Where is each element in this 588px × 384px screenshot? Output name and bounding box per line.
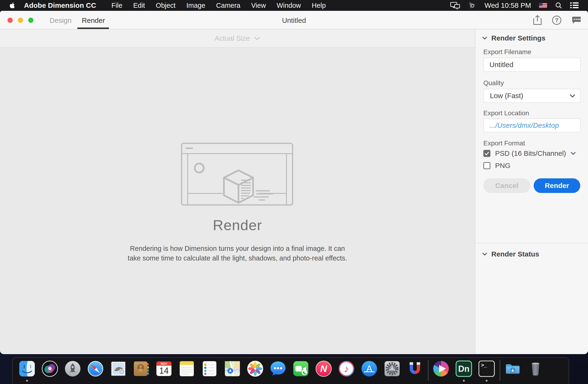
menu-image[interactable]: Image — [181, 2, 211, 9]
render-settings-title: Render Settings — [491, 34, 546, 42]
svg-text:NOV: NOV — [161, 362, 168, 365]
dock-media-player-icon[interactable] — [432, 360, 450, 377]
display-mirroring-icon[interactable] — [450, 2, 460, 9]
dock-news-icon[interactable]: N — [315, 360, 332, 377]
dock-launchpad-icon[interactable] — [64, 360, 81, 377]
traffic-light-close[interactable] — [7, 18, 13, 23]
quality-value: Low (Fast) — [490, 92, 523, 100]
zoom-level-value: Actual Size — [214, 34, 250, 42]
dock-calendar-icon[interactable]: NOV 14 — [155, 360, 173, 377]
render-status-title: Render Status — [491, 250, 539, 258]
dock: NOV 14 — [12, 357, 569, 384]
render-button[interactable]: Render — [534, 178, 580, 193]
app-window: Design Render Untitled ? — [0, 11, 588, 354]
export-filename-field — [483, 58, 581, 72]
apple-icon[interactable] — [9, 2, 15, 9]
dock-appstore-icon[interactable]: A — [360, 360, 378, 377]
render-settings-header[interactable]: Render Settings — [482, 34, 546, 42]
panel-divider — [475, 243, 588, 243]
export-format-label: Export Format — [483, 140, 525, 147]
format-psd-label: PSD (16 Bits/Channel) — [495, 149, 566, 157]
dock-photos-icon[interactable] — [247, 360, 264, 377]
app-menus: File Edit Object Image Camera View Windo… — [106, 2, 331, 9]
chevron-down-icon — [569, 94, 576, 98]
menu-clock[interactable]: Wed 10:58 PM — [484, 1, 531, 9]
active-tab-underline — [77, 27, 109, 29]
menu-file[interactable]: File — [106, 2, 128, 9]
check-icon — [484, 151, 489, 155]
dock-messages-icon[interactable] — [269, 360, 287, 377]
page-title: Render — [0, 217, 475, 234]
dock-contacts-icon[interactable] — [132, 360, 150, 377]
render-canvas: Render Rendering is how Dimension turns … — [0, 48, 475, 354]
dock-finder-icon[interactable] — [18, 360, 36, 377]
notification-center-icon[interactable] — [570, 2, 579, 9]
dock-magnet-icon[interactable] — [406, 360, 424, 377]
page-description: Rendering is how Dimension turns your de… — [0, 244, 475, 263]
export-filename-label: Export Filename — [483, 48, 531, 56]
svg-text:♪: ♪ — [344, 363, 349, 374]
canvas-toolbar: Actual Size — [0, 29, 475, 48]
svg-text:3D: 3D — [235, 368, 238, 371]
traffic-light-minimize[interactable] — [18, 18, 23, 23]
render-illustration — [181, 143, 293, 206]
spotlight-search-icon[interactable] — [555, 2, 562, 9]
running-indicator — [486, 380, 487, 382]
dock-separator — [428, 360, 429, 381]
dock-system-preferences-icon[interactable] — [383, 360, 401, 377]
help-button[interactable]: ? — [552, 15, 562, 25]
menu-extra-icon[interactable] — [468, 1, 477, 9]
format-png-label: PNG — [495, 162, 510, 170]
dock-itunes-icon[interactable]: ♪ — [338, 360, 355, 377]
menu-object[interactable]: Object — [150, 2, 181, 9]
traffic-light-zoom[interactable] — [28, 18, 33, 23]
dock-trash-icon[interactable] — [527, 360, 544, 377]
input-source-flag-icon[interactable] — [539, 3, 547, 8]
export-filename-input[interactable] — [484, 61, 580, 69]
svg-text:>_: >_ — [481, 362, 487, 368]
format-psd-dropdown-icon[interactable] — [570, 151, 576, 155]
dock-siri-icon[interactable] — [41, 360, 59, 377]
dock-dimension-icon[interactable]: Dn — [455, 360, 473, 377]
title-bar: Design Render Untitled ? — [0, 11, 588, 29]
tab-design[interactable]: Design — [49, 17, 72, 24]
collapse-chevron-icon — [482, 36, 487, 40]
description-line-1: Rendering is how Dimension turns your de… — [0, 244, 475, 254]
dock-notes-icon[interactable] — [178, 360, 195, 377]
menu-camera[interactable]: Camera — [211, 2, 246, 9]
svg-text:N: N — [320, 363, 327, 374]
export-location-field[interactable]: .../Users/dmx/Desktop — [483, 118, 581, 132]
menu-view[interactable]: View — [246, 2, 271, 9]
tab-render[interactable]: Render — [78, 17, 109, 24]
feedback-chat-button[interactable] — [571, 16, 581, 25]
active-app-name: Adobe Dimension CC — [24, 1, 96, 9]
dock-downloads-folder-icon[interactable] — [504, 360, 522, 377]
format-psd-row: PSD (16 Bits/Channel) — [483, 149, 576, 157]
svg-text:14: 14 — [159, 366, 169, 376]
export-location-label: Export Location — [483, 109, 529, 117]
dock-terminal-icon[interactable]: >_ — [478, 360, 495, 377]
export-location-value: .../Users/dmx/Desktop — [489, 121, 559, 129]
quality-select[interactable]: Low (Fast) — [483, 89, 581, 103]
menu-help[interactable]: Help — [306, 2, 331, 9]
dock-facetime-icon[interactable] — [292, 360, 310, 377]
format-png-checkbox[interactable] — [483, 162, 490, 169]
zoom-level-dropdown[interactable]: Actual Size — [214, 34, 260, 42]
dock-separator — [500, 360, 500, 381]
chevron-down-icon — [254, 36, 260, 41]
cancel-button[interactable]: Cancel — [483, 178, 530, 193]
menu-bar: Adobe Dimension CC File Edit Object Imag… — [0, 0, 588, 11]
description-line-2: take some time to calculate all the ligh… — [0, 254, 475, 263]
dock-maps-icon[interactable]: 3D — [224, 360, 241, 377]
menu-window[interactable]: Window — [271, 2, 306, 9]
render-status-header[interactable]: Render Status — [482, 250, 539, 258]
share-button[interactable] — [533, 15, 542, 25]
format-psd-checkbox[interactable] — [483, 150, 490, 157]
dock-reminders-icon[interactable] — [201, 360, 218, 377]
dock-safari-icon[interactable] — [87, 360, 104, 377]
document-title: Untitled — [282, 17, 306, 24]
running-indicator — [463, 380, 465, 382]
dock-mail-icon[interactable] — [110, 360, 127, 377]
svg-text:?: ? — [555, 17, 559, 23]
menu-edit[interactable]: Edit — [128, 2, 150, 9]
